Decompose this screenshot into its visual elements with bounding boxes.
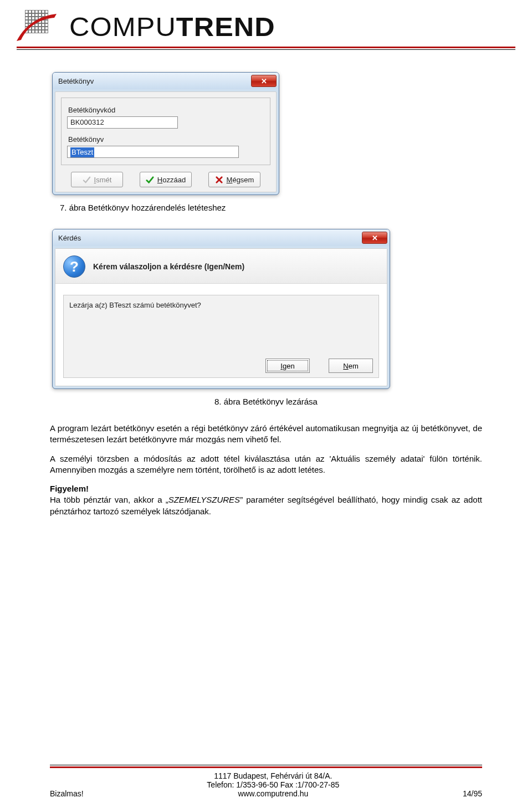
- yes-button[interactable]: Igen: [265, 359, 310, 373]
- dialog-fieldset: Betétkönyvkód BK000312 Betétkönyv BTeszt: [61, 98, 270, 165]
- footer-rule-thin: [50, 765, 482, 765]
- paragraph-3a: Ha több pénztár van, akkor a „: [50, 495, 168, 504]
- figure-caption-7: 7. ábra Betétkönyv hozzárendelés letétes…: [50, 203, 482, 212]
- cancel-button-hotkey: M: [227, 176, 233, 184]
- input-betetkonyvkod[interactable]: BK000312: [67, 116, 178, 129]
- footer-address: 1117 Budapest, Fehérvári út 84/A.: [84, 771, 463, 780]
- input-betetkonyv[interactable]: BTeszt: [67, 146, 239, 158]
- input-betetkonyvkod-value: BK000312: [70, 118, 104, 126]
- repeat-button-rest: smét: [96, 176, 111, 184]
- close-button[interactable]: ✕: [251, 75, 277, 87]
- param-name: SZEMELYSZURES: [168, 495, 241, 504]
- no-button[interactable]: Nem: [329, 359, 373, 373]
- logo-swoosh-icon: [16, 12, 59, 43]
- dialog-betetkonyv: Betétkönyv ✕ Betétkönyvkód BK000312 Beté…: [52, 72, 279, 195]
- brand-wordmark: COMPUTREND: [69, 12, 275, 42]
- close-icon: ✕: [261, 77, 267, 85]
- cancel-button-rest: égsem: [232, 176, 254, 184]
- no-button-hotkey: N: [343, 362, 348, 370]
- footer-url: www.computrend.hu: [84, 789, 463, 798]
- no-button-rest: em: [349, 362, 359, 370]
- close-icon: ✕: [372, 234, 378, 242]
- dialog2-titlebar: Kérdés ✕: [53, 229, 390, 246]
- dialog-titlebar: Betétkönyv ✕: [53, 73, 279, 89]
- check-outline-icon: [83, 176, 91, 184]
- question-icon: ?: [63, 255, 85, 278]
- paragraph-alert: Figyelem! Ha több pénztár van, akkor a „…: [50, 483, 482, 517]
- label-betetkonyvkod: Betétkönyvkód: [68, 106, 264, 114]
- add-button-hotkey: H: [157, 176, 162, 184]
- alert-label: Figyelem!: [50, 484, 89, 493]
- dialog-title-text: Betétkönyv: [58, 77, 94, 85]
- figure-caption-8: 8. ábra Betétkönyv lezárása: [50, 397, 482, 406]
- page-footer: Bizalmas! 1117 Budapest, Fehérvári út 84…: [0, 765, 532, 798]
- page-header: COMPUTREND: [0, 0, 532, 43]
- dialog2-groupbox: Lezárja a(z) BTeszt számú betétkönyvet? …: [63, 295, 379, 378]
- brand-part2: TREND: [176, 12, 275, 42]
- paragraph-1: A program lezárt betétkönyv esetén a rég…: [50, 423, 482, 446]
- cross-red-icon: [215, 176, 223, 184]
- footer-pagenum: 14/95: [463, 789, 482, 798]
- label-betetkonyv: Betétkönyv: [68, 135, 264, 144]
- yes-button-rest: gen: [283, 362, 295, 370]
- add-button-rest: ozzáad: [162, 176, 186, 184]
- dialog2-message: Lezárja a(z) BTeszt számú betétkönyvet?: [69, 301, 373, 309]
- paragraph-2: A személyi törzsben a módosítás az adott…: [50, 453, 482, 476]
- header-rule-red: [17, 47, 515, 48]
- logo-mark: [17, 10, 58, 43]
- footer-left: Bizalmas!: [50, 789, 84, 798]
- input-betetkonyv-value: BTeszt: [70, 147, 94, 157]
- dialog2-close-button[interactable]: ✕: [362, 232, 387, 244]
- add-button[interactable]: Hozzáad: [140, 172, 192, 187]
- dialog2-title-text: Kérdés: [58, 234, 81, 242]
- check-green-icon: [146, 176, 154, 184]
- dialog-kerdes: Kérdés ✕ ? Kérem válaszoljon a kérdésre …: [52, 229, 390, 389]
- footer-phone: Telefon: 1/353-96-50 Fax :1/700-27-85: [84, 780, 463, 789]
- dialog2-heading: Kérem válaszoljon a kérdésre (Igen/Nem): [93, 262, 244, 271]
- brand-part1: COMPU: [69, 12, 176, 42]
- footer-rule-red: [50, 766, 482, 768]
- cancel-button[interactable]: Mégsem: [208, 172, 260, 187]
- repeat-button[interactable]: Ismét: [71, 172, 123, 187]
